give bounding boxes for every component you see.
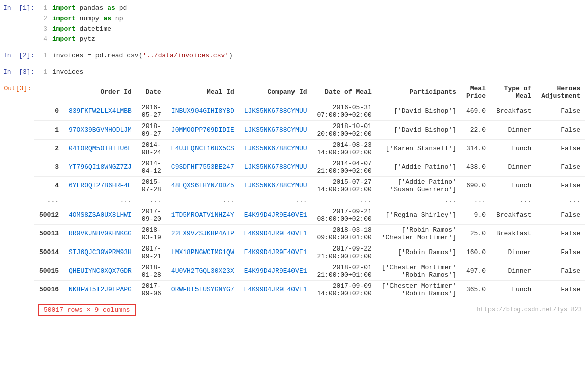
cell-date: 2017-09-21 (137, 243, 166, 262)
cell-meal-id: 22EX9VZSJKHP4AIP (166, 224, 239, 243)
cell-meal-id: E4UJLQNCI16UX5CS (166, 139, 239, 158)
col-header-participants: Participants (377, 83, 461, 102)
code-text: invoices = pd.read_csv('../data/invoices… (52, 51, 233, 61)
cell-order-id: RR0VKJN8V0KHNKGG (64, 224, 137, 243)
cell-heroes-adj: False (536, 176, 585, 195)
cell-company-id: E4K99D4JR9E40VE1 (239, 262, 312, 280)
cell-date-of-meal: 2014-04-0721:00:00+02:00 (312, 158, 377, 176)
cell-3: In [3]: 1invoices (0, 64, 588, 81)
cell-date-of-meal: 2018-10-0120:00:00+02:00 (312, 120, 377, 139)
cell-meal-price: 9.0 (461, 206, 491, 224)
cell-heroes-adj: False (536, 243, 585, 262)
col-header-company-id: Company Id (239, 83, 312, 102)
cell-order-id: QHEUIYNC0XQX7GDR (64, 262, 137, 280)
col-header-meal-id: Meal Id (166, 83, 239, 102)
row-index: 0 (34, 102, 64, 120)
cell-participants: ['Addie Patino''Susan Guerrero'] (377, 176, 461, 195)
cell-participants: ['Chester Mortimer''Robin Ramos'] (377, 280, 461, 299)
cell-company-id: E4K99D4JR9E40VE1 (239, 280, 312, 299)
code-text: import pytz (52, 34, 95, 45)
row-index: 50015 (34, 262, 64, 280)
output-row: Out[3]: Order Id Date Meal Id Company Id… (0, 81, 588, 319)
cell-order-id: 839FKFW2LLX4LMBB (64, 102, 137, 120)
cell-2-content: 1invoices = pd.read_csv('../data/invoice… (34, 48, 588, 64)
cell-meal-id: 1TD5MROATV1NHZ4Y (166, 206, 239, 224)
cell-heroes-adj: False (536, 224, 585, 243)
row-index: 3 (34, 158, 64, 176)
table-row: 3 YT796QI18WNGZ7ZJ 2014-04-12 C9SDFHF755… (34, 158, 585, 176)
cell-3-label: In [3]: (0, 64, 34, 80)
table-row: 50015 QHEUIYNC0XQX7GDR 2018-01-28 4U0VH2… (34, 262, 585, 280)
line-num: 1 (38, 51, 47, 61)
cell-meal-price: 365.0 (461, 280, 491, 299)
cell-order-id: NKHFWT5I2J9LPAPG (64, 280, 137, 299)
cell-type-of-meal: Lunch (491, 280, 536, 299)
cell-meal-price: 438.0 (461, 158, 491, 176)
cell-type-of-meal: ... (491, 195, 536, 206)
dataframe-table: Order Id Date Meal Id Company Id Date of… (34, 83, 585, 299)
row-index: ... (34, 195, 64, 206)
cell-meal-price: 22.0 (461, 120, 491, 139)
cell-participants: ['Regina Shirley'] (377, 206, 461, 224)
cell-date: 2017-09-06 (137, 280, 166, 299)
cell-participants: ['Robin Ramos''Chester Mortimer'] (377, 224, 461, 243)
cell-1-content: 1import pandas as pd 2import numpy as np… (34, 0, 588, 48)
cell-heroes-adj: ... (536, 195, 585, 206)
code-text: import numpy as np (52, 14, 123, 24)
cell-date-of-meal: 2018-02-0121:00:00+01:00 (312, 262, 377, 280)
row-index: 4 (34, 176, 64, 195)
row-index: 50016 (34, 280, 64, 299)
cell-date-of-meal: 2015-07-2714:00:00+02:00 (312, 176, 377, 195)
cell-meal-id: J0MMOOPP709DIDIE (166, 120, 239, 139)
cell-date-of-meal: 2017-09-2108:00:00+02:00 (312, 206, 377, 224)
table-header-row: Order Id Date Meal Id Company Id Date of… (34, 83, 585, 102)
cell-date: 2018-09-27 (137, 120, 166, 139)
table-row: 50016 NKHFWT5I2J9LPAPG 2017-09-06 ORWFRT… (34, 280, 585, 299)
col-header-index (34, 83, 64, 102)
cell-3-content: 1invoices (34, 64, 588, 81)
line-num: 2 (38, 14, 47, 24)
row-col-info: 50017 rows × 9 columns (38, 304, 136, 316)
cell-date: 2015-07-28 (137, 176, 166, 195)
cell-company-id: LJKS5NK6788CYMUU (239, 176, 312, 195)
cell-heroes-adj: False (536, 262, 585, 280)
cell-date-of-meal: 2017-09-2221:00:00+02:00 (312, 243, 377, 262)
code-text: invoices (52, 67, 83, 78)
cell-date-of-meal: ... (312, 195, 377, 206)
cell-type-of-meal: Dinner (491, 120, 536, 139)
table-row: 1 97OX39BGVMHODLJM 2018-09-27 J0MMOOPP70… (34, 120, 585, 139)
cell-2: In [2]: 1invoices = pd.read_csv('../data… (0, 48, 588, 64)
cell-participants: ['Addie Patino'] (377, 158, 461, 176)
cell-meal-id: INBUX904GIHI8YBD (166, 102, 239, 120)
cell-participants: ['Karen Stansell'] (377, 139, 461, 158)
cell-type-of-meal: Breakfast (491, 102, 536, 120)
row-index: 50012 (34, 206, 64, 224)
col-header-type-of-meal: Type ofMeal (491, 83, 536, 102)
dataframe-footer: 50017 rows × 9 columns https://blog.csdn… (34, 301, 588, 319)
cell-meal-id: C9SDFHF7553BE247 (166, 158, 239, 176)
cell-meal-price: 25.0 (461, 224, 491, 243)
cell-type-of-meal: Lunch (491, 139, 536, 158)
cell-company-id: E4K99D4JR9E40VE1 (239, 243, 312, 262)
row-index: 2 (34, 139, 64, 158)
line-num: 4 (38, 34, 47, 45)
cell-company-id: ... (239, 195, 312, 206)
cell-participants: ['David Bishop'] (377, 102, 461, 120)
cell-2-label: In [2]: (0, 48, 34, 63)
cell-meal-price: 160.0 (461, 243, 491, 262)
table-row: 50013 RR0VKJN8V0KHNKGG 2018-03-19 22EX9V… (34, 224, 585, 243)
cell-order-id: 4OMS8ZSA0UX8LHWI (64, 206, 137, 224)
cell-type-of-meal: Dinner (491, 243, 536, 262)
cell-date: 2018-01-28 (137, 262, 166, 280)
output-label: Out[3]: (0, 81, 34, 96)
cell-type-of-meal: Breakfast (491, 206, 536, 224)
code-text: import pandas as pd (52, 3, 127, 14)
cell-date-of-meal: 2018-03-1809:00:00+01:00 (312, 224, 377, 243)
cell-meal-id: 4U0VH2TGQL30X23X (166, 262, 239, 280)
cell-date: 2018-03-19 (137, 224, 166, 243)
cell-company-id: E4K99D4JR9E40VE1 (239, 206, 312, 224)
table-row-ellipsis: ... ... ... ... ... ... ... ... ... ... (34, 195, 585, 206)
table-row: 50014 STJ6QJC30WPRM93H 2017-09-21 LMX18P… (34, 243, 585, 262)
cell-meal-price: 314.0 (461, 139, 491, 158)
col-header-date-of-meal: Date of Meal (312, 83, 377, 102)
